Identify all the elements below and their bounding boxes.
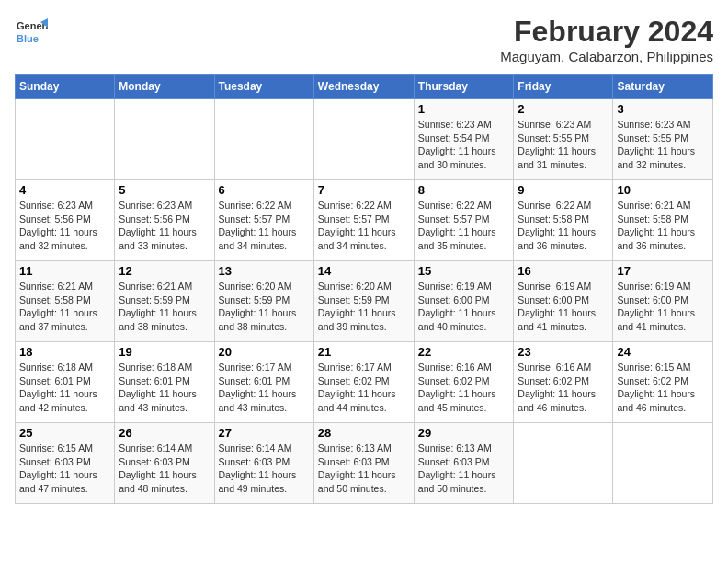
- calendar-header-cell: Sunday: [16, 75, 115, 99]
- day-number: 21: [318, 345, 410, 359]
- day-info: Sunrise: 6:23 AMSunset: 5:55 PMDaylight:…: [518, 119, 596, 170]
- calendar-week-row: 4 Sunrise: 6:23 AMSunset: 5:56 PMDayligh…: [16, 180, 713, 261]
- day-number: 16: [518, 264, 609, 278]
- day-info: Sunrise: 6:16 AMSunset: 6:02 PMDaylight:…: [418, 362, 496, 413]
- day-info: Sunrise: 6:18 AMSunset: 6:01 PMDaylight:…: [119, 362, 197, 413]
- day-number: 19: [119, 345, 210, 359]
- calendar-day-cell: 29 Sunrise: 6:13 AMSunset: 6:03 PMDaylig…: [414, 423, 514, 504]
- day-number: 12: [119, 264, 210, 278]
- calendar-header-cell: Tuesday: [214, 75, 313, 99]
- calendar-day-cell: 22 Sunrise: 6:16 AMSunset: 6:02 PMDaylig…: [414, 342, 514, 423]
- calendar-day-cell: [214, 99, 313, 180]
- day-info: Sunrise: 6:13 AMSunset: 6:03 PMDaylight:…: [418, 442, 496, 494]
- day-number: 15: [418, 264, 510, 278]
- calendar-day-cell: 1 Sunrise: 6:23 AMSunset: 5:54 PMDayligh…: [414, 99, 514, 180]
- day-info: Sunrise: 6:21 AMSunset: 5:59 PMDaylight:…: [119, 281, 197, 332]
- day-info: Sunrise: 6:17 AMSunset: 6:01 PMDaylight:…: [219, 362, 297, 413]
- calendar-day-cell: 13 Sunrise: 6:20 AMSunset: 5:59 PMDaylig…: [214, 261, 313, 342]
- calendar-day-cell: 9 Sunrise: 6:22 AMSunset: 5:58 PMDayligh…: [514, 180, 613, 261]
- calendar-day-cell: [313, 99, 414, 180]
- day-number: 13: [219, 264, 310, 278]
- calendar-day-cell: 18 Sunrise: 6:18 AMSunset: 6:01 PMDaylig…: [16, 342, 115, 423]
- day-info: Sunrise: 6:19 AMSunset: 6:00 PMDaylight:…: [617, 281, 695, 332]
- day-info: Sunrise: 6:14 AMSunset: 6:03 PMDaylight:…: [119, 442, 197, 494]
- calendar-week-row: 18 Sunrise: 6:18 AMSunset: 6:01 PMDaylig…: [16, 342, 713, 423]
- day-number: 22: [418, 345, 510, 359]
- day-info: Sunrise: 6:23 AMSunset: 5:54 PMDaylight:…: [418, 119, 496, 170]
- day-info: Sunrise: 6:19 AMSunset: 6:00 PMDaylight:…: [518, 281, 596, 332]
- day-info: Sunrise: 6:20 AMSunset: 5:59 PMDaylight:…: [318, 281, 396, 332]
- day-number: 1: [418, 102, 510, 116]
- calendar-day-cell: [16, 99, 115, 180]
- calendar-day-cell: 7 Sunrise: 6:22 AMSunset: 5:57 PMDayligh…: [313, 180, 414, 261]
- day-number: 9: [518, 183, 609, 197]
- calendar-day-cell: [613, 423, 713, 504]
- calendar-day-cell: 26 Sunrise: 6:14 AMSunset: 6:03 PMDaylig…: [115, 423, 214, 504]
- calendar-day-cell: 14 Sunrise: 6:20 AMSunset: 5:59 PMDaylig…: [313, 261, 414, 342]
- calendar-day-cell: 15 Sunrise: 6:19 AMSunset: 6:00 PMDaylig…: [414, 261, 514, 342]
- calendar-day-cell: 17 Sunrise: 6:19 AMSunset: 6:00 PMDaylig…: [613, 261, 713, 342]
- calendar-day-cell: 3 Sunrise: 6:23 AMSunset: 5:55 PMDayligh…: [613, 99, 713, 180]
- svg-text:Blue: Blue: [17, 33, 39, 44]
- day-info: Sunrise: 6:21 AMSunset: 5:58 PMDaylight:…: [19, 281, 97, 332]
- calendar-header-cell: Thursday: [414, 75, 514, 99]
- calendar-day-cell: 24 Sunrise: 6:15 AMSunset: 6:02 PMDaylig…: [613, 342, 713, 423]
- day-info: Sunrise: 6:22 AMSunset: 5:57 PMDaylight:…: [418, 200, 496, 251]
- day-number: 7: [318, 183, 410, 197]
- day-info: Sunrise: 6:13 AMSunset: 6:03 PMDaylight:…: [318, 442, 396, 494]
- calendar-week-row: 1 Sunrise: 6:23 AMSunset: 5:54 PMDayligh…: [16, 99, 713, 180]
- calendar-day-cell: 4 Sunrise: 6:23 AMSunset: 5:56 PMDayligh…: [16, 180, 115, 261]
- day-info: Sunrise: 6:23 AMSunset: 5:55 PMDaylight:…: [617, 119, 695, 170]
- day-info: Sunrise: 6:14 AMSunset: 6:03 PMDaylight:…: [219, 442, 297, 494]
- logo-icon: General Blue: [15, 15, 48, 48]
- day-number: 26: [119, 426, 210, 440]
- day-number: 25: [19, 426, 110, 440]
- day-number: 4: [19, 183, 110, 197]
- day-info: Sunrise: 6:18 AMSunset: 6:01 PMDaylight:…: [19, 362, 97, 413]
- day-number: 3: [617, 102, 709, 116]
- day-number: 11: [19, 264, 110, 278]
- calendar-day-cell: [115, 99, 214, 180]
- day-number: 6: [219, 183, 310, 197]
- calendar-day-cell: 27 Sunrise: 6:14 AMSunset: 6:03 PMDaylig…: [214, 423, 313, 504]
- calendar-day-cell: 25 Sunrise: 6:15 AMSunset: 6:03 PMDaylig…: [16, 423, 115, 504]
- day-number: 8: [418, 183, 510, 197]
- day-info: Sunrise: 6:21 AMSunset: 5:58 PMDaylight:…: [617, 200, 695, 251]
- calendar-body: 1 Sunrise: 6:23 AMSunset: 5:54 PMDayligh…: [16, 99, 713, 504]
- day-info: Sunrise: 6:23 AMSunset: 5:56 PMDaylight:…: [19, 200, 97, 251]
- calendar-day-cell: 21 Sunrise: 6:17 AMSunset: 6:02 PMDaylig…: [313, 342, 414, 423]
- day-number: 23: [518, 345, 609, 359]
- day-number: 20: [219, 345, 310, 359]
- day-number: 14: [318, 264, 410, 278]
- calendar-header-cell: Monday: [115, 75, 214, 99]
- calendar-day-cell: 5 Sunrise: 6:23 AMSunset: 5:56 PMDayligh…: [115, 180, 214, 261]
- calendar-day-cell: [514, 423, 613, 504]
- calendar-week-row: 25 Sunrise: 6:15 AMSunset: 6:03 PMDaylig…: [16, 423, 713, 504]
- day-number: 27: [219, 426, 310, 440]
- day-number: 2: [518, 102, 609, 116]
- calendar-day-cell: 2 Sunrise: 6:23 AMSunset: 5:55 PMDayligh…: [514, 99, 613, 180]
- day-info: Sunrise: 6:16 AMSunset: 6:02 PMDaylight:…: [518, 362, 596, 413]
- calendar-day-cell: 8 Sunrise: 6:22 AMSunset: 5:57 PMDayligh…: [414, 180, 514, 261]
- day-info: Sunrise: 6:15 AMSunset: 6:03 PMDaylight:…: [19, 442, 97, 494]
- calendar-day-cell: 11 Sunrise: 6:21 AMSunset: 5:58 PMDaylig…: [16, 261, 115, 342]
- page-subtitle: Maguyam, Calabarzon, Philippines: [500, 49, 713, 64]
- header: General Blue February 2024 Maguyam, Cala…: [15, 15, 713, 64]
- day-number: 24: [617, 345, 709, 359]
- day-info: Sunrise: 6:20 AMSunset: 5:59 PMDaylight:…: [219, 281, 297, 332]
- calendar-day-cell: 10 Sunrise: 6:21 AMSunset: 5:58 PMDaylig…: [613, 180, 713, 261]
- day-info: Sunrise: 6:19 AMSunset: 6:00 PMDaylight:…: [418, 281, 496, 332]
- day-info: Sunrise: 6:22 AMSunset: 5:58 PMDaylight:…: [518, 200, 596, 251]
- calendar-day-cell: 6 Sunrise: 6:22 AMSunset: 5:57 PMDayligh…: [214, 180, 313, 261]
- calendar-day-cell: 20 Sunrise: 6:17 AMSunset: 6:01 PMDaylig…: [214, 342, 313, 423]
- calendar-header-cell: Wednesday: [313, 75, 414, 99]
- title-area: February 2024 Maguyam, Calabarzon, Phili…: [500, 15, 713, 64]
- day-number: 18: [19, 345, 110, 359]
- day-info: Sunrise: 6:17 AMSunset: 6:02 PMDaylight:…: [318, 362, 396, 413]
- calendar-header-cell: Saturday: [613, 75, 713, 99]
- calendar-header-cell: Friday: [514, 75, 613, 99]
- calendar-day-cell: 19 Sunrise: 6:18 AMSunset: 6:01 PMDaylig…: [115, 342, 214, 423]
- calendar-header-row: SundayMondayTuesdayWednesdayThursdayFrid…: [16, 75, 713, 99]
- day-number: 28: [318, 426, 410, 440]
- calendar-table: SundayMondayTuesdayWednesdayThursdayFrid…: [15, 74, 713, 504]
